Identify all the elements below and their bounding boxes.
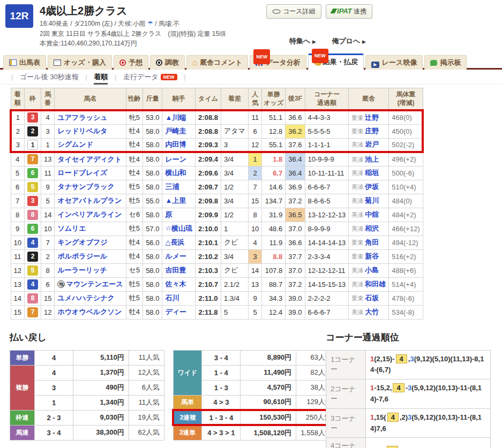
stable-link[interactable]: 新谷 — [365, 252, 379, 260]
jockey-link[interactable]: レーン — [165, 155, 186, 163]
horse-name-link[interactable]: レッドリベルタ — [57, 127, 107, 135]
horse-name-link[interactable]: マウンテンエース — [66, 280, 123, 288]
horse-name-link[interactable]: ホウオウベルクソン — [57, 308, 122, 316]
payout-popularity: 6人気 — [129, 380, 164, 395]
tab-chokyo[interactable]: 調教 — [150, 55, 185, 70]
sex-age-cell: 牡5 — [126, 222, 143, 236]
jockey-link[interactable]: ▲川端 — [165, 113, 186, 122]
horse-name-link[interactable]: ポルポラジール — [57, 252, 107, 260]
tab-label: 掲示板 — [440, 58, 461, 66]
horse-name-cell: タイセイアディクト — [55, 152, 126, 166]
stable-link[interactable]: 伊坂 — [365, 183, 379, 191]
column-header: 着 順 — [11, 88, 24, 111]
subnav-goal-30sec[interactable]: ゴール後 30秒速報 — [20, 73, 79, 81]
ipat-link-button[interactable]: IPAT 連携 — [326, 4, 372, 19]
jockey-cell: ルメー — [162, 249, 196, 263]
stable-link[interactable]: 石坂 — [365, 294, 379, 302]
horse-name-link[interactable]: ロードブレイズ — [57, 169, 107, 177]
stable-link[interactable]: 大竹 — [365, 308, 379, 316]
jockey-link[interactable]: 戸崎圭 — [165, 127, 186, 135]
column-header: タイム — [196, 88, 221, 111]
corner-passage-order: 1-15,2,4-3(5,9,12)(10,13)-11-(8,14)-7,6 — [366, 379, 491, 409]
sex-age-cell: 牡4 — [126, 152, 143, 166]
tab-label: 出馬表 — [19, 58, 40, 66]
jockey-link[interactable]: ディー — [165, 308, 186, 316]
horse-name-cell: シグムンド — [55, 138, 126, 152]
subnav-chakujun[interactable]: 着順 — [94, 73, 108, 85]
horse-name-cell: レッドリベルタ — [55, 124, 126, 138]
margin-cell — [221, 110, 248, 124]
tab-data[interactable]: NEWデータ分析 — [250, 55, 306, 70]
stable-link[interactable]: 小島 — [365, 266, 379, 274]
tab-movie-icon: ▶ — [371, 62, 379, 68]
odds-cell: 88.7 — [262, 277, 286, 291]
tab-label: 調教 — [165, 58, 179, 66]
horse-name-link[interactable]: ソムリエ — [57, 224, 86, 232]
horse-name-link[interactable]: ユアフラッシュ — [57, 113, 107, 122]
jockey-link[interactable]: 内田博 — [165, 140, 186, 148]
tab-movie[interactable]: ▶レース映像 — [365, 55, 423, 70]
horse-name-cell: 地マウンテンエース — [55, 277, 126, 291]
margin-cell: 5 — [221, 305, 248, 319]
jockey-link[interactable]: 石川 — [165, 294, 179, 302]
horse-name-link[interactable]: キングオブフジ — [57, 238, 107, 246]
stable-cell: 栗東庄野 — [349, 124, 389, 138]
stable-link[interactable]: 和田雄 — [365, 280, 386, 288]
tab-comment[interactable]: ⌂厩舎コメント — [186, 55, 248, 70]
horse-name-cell: オセアバトルプラン — [55, 194, 126, 208]
jockey-link[interactable]: 吉田豊 — [165, 266, 186, 274]
horse-name-link[interactable]: シグムンド — [57, 140, 93, 148]
jockey-link[interactable]: 横山和 — [165, 169, 186, 177]
stable-link[interactable]: 角田 — [365, 238, 379, 246]
stable-link[interactable]: 庄野 — [365, 127, 379, 135]
jockey-link[interactable]: ルメー — [165, 252, 186, 260]
weight-cell: 58.0 — [143, 208, 162, 222]
popularity-cell: 15 — [248, 194, 261, 208]
local-horse-mark: 地 — [57, 280, 65, 288]
stable-link[interactable]: 菊川 — [365, 196, 379, 204]
stable-region: 美浦 — [351, 156, 363, 163]
horse-name-link[interactable]: ユメハハテシナク — [57, 294, 114, 302]
sex-age-cell: 牡5 — [126, 291, 143, 305]
stable-link[interactable]: 稲垣 — [365, 169, 379, 177]
horse-name-link[interactable]: タナサンブラック — [57, 183, 114, 191]
rank-cell: 10 — [11, 236, 24, 249]
weight-cell: 58.0 — [143, 305, 162, 319]
horse-name-link[interactable]: インペリアルライン — [57, 210, 122, 218]
frame-badge: 2 — [27, 252, 38, 262]
jockey-link[interactable]: 三浦 — [165, 183, 179, 191]
corner-order-cell: 12-12-12-11 — [305, 263, 349, 277]
jockey-link[interactable]: 佐々木 — [165, 280, 186, 288]
course-detail-button[interactable]: コース詳細 — [266, 4, 321, 19]
tab-bbs[interactable]: 掲示板 — [424, 55, 467, 70]
horse-name-link[interactable]: タイセイアディクト — [57, 155, 122, 163]
tokushu-link[interactable]: 特集へ ▶ — [289, 37, 316, 45]
sex-age-cell: 牡4 — [126, 166, 143, 180]
time-cell: 2:09.9 — [196, 208, 221, 222]
orepro-link[interactable]: 俺プロへ ▶ — [332, 37, 365, 45]
stable-link[interactable]: 相沢 — [365, 224, 379, 232]
payout-row: 馬連3 - 438,300円62人気 — [10, 425, 164, 440]
payout-combination: 1 — [35, 395, 73, 410]
jockey-link[interactable]: ☆横山琉 — [165, 224, 192, 232]
margin-cell: 3/4 — [221, 152, 248, 166]
horse-name-link[interactable]: オセアバトルプラン — [57, 196, 122, 204]
tab-yoso[interactable]: 予想 — [114, 55, 148, 70]
stable-link[interactable]: 岩戸 — [365, 140, 379, 148]
last3f-cell: 37.0 — [286, 263, 305, 277]
horse-name-link[interactable]: ルーラーリッチ — [57, 266, 107, 274]
rank-cell: 2 — [11, 124, 24, 138]
tab-shutsuba[interactable]: 出馬表 — [3, 55, 46, 70]
jockey-link[interactable]: ▲上里 — [165, 196, 186, 204]
jockey-link[interactable]: △長浜 — [165, 238, 184, 246]
jockey-link[interactable]: 原 — [165, 210, 172, 218]
tab-result[interactable]: NEW結果・払戻 — [308, 54, 364, 70]
stable-link[interactable]: 池上 — [365, 155, 379, 163]
stable-link[interactable]: 辻野 — [365, 113, 379, 122]
jockey-cell: レーン — [162, 152, 196, 166]
frame-badge: 1 — [27, 140, 38, 150]
subnav-soko-data[interactable]: 走行データ — [123, 73, 159, 81]
tab-odds[interactable]: オッズ・購入 — [48, 55, 112, 70]
stable-link[interactable]: 中舘 — [365, 210, 379, 218]
time-cell: 2:09.8 — [196, 194, 221, 208]
